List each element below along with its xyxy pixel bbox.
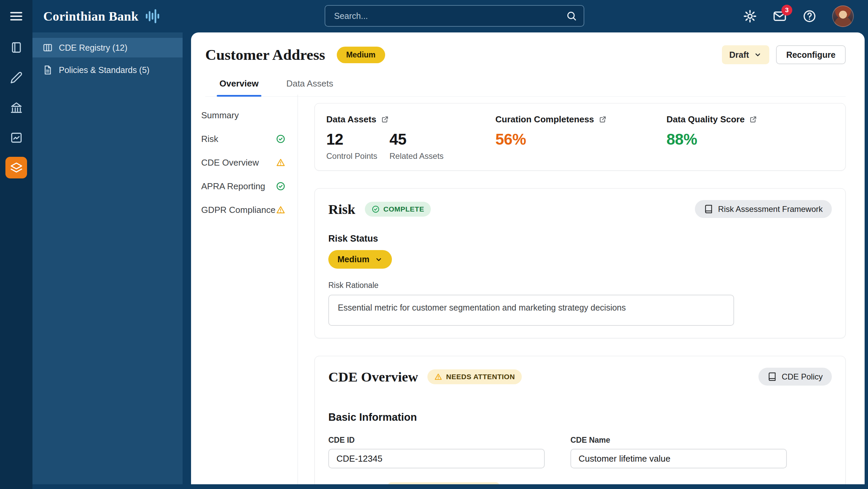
related-assets-value: 45	[390, 130, 444, 148]
section-nav-summary[interactable]: Summary	[201, 103, 285, 127]
cde-overview-card: CDE Overview NEEDS ATTENTION CDE Policy …	[314, 356, 846, 484]
rail-notebook-icon[interactable]	[5, 36, 27, 58]
main-panel: Customer Address Medium Draft Reconfigur…	[191, 32, 865, 484]
stat-title-label: Curation Completeness	[495, 114, 594, 125]
warning-triangle-icon	[276, 158, 285, 167]
stat-title-label: Data Assets	[326, 114, 376, 125]
section-nav-apra-reporting[interactable]: APRA Reporting	[201, 174, 285, 198]
search-icon[interactable]	[566, 10, 577, 21]
cde-name-input[interactable]	[570, 449, 787, 468]
warning-triangle-icon	[434, 373, 442, 381]
page-title: Customer Address	[205, 46, 325, 64]
summary-stats-card: Data Assets 12 Control Points 45 Related…	[314, 103, 846, 171]
cde-id-field: CDE ID	[328, 436, 545, 468]
section-nav-cde-overview[interactable]: CDE Overview	[201, 151, 285, 174]
stat-curation-completeness: Curation Completeness 56%	[495, 114, 666, 161]
section-nav-gdpr-compliance[interactable]: GDPR Compliance	[201, 198, 285, 222]
settings-gear-icon[interactable]	[743, 9, 757, 23]
risk-assessment-framework-button[interactable]: Risk Assessment Framework	[695, 200, 832, 218]
search-input[interactable]	[333, 11, 566, 21]
risk-status-label: Risk Status	[328, 234, 832, 244]
menu-hamburger-icon[interactable]	[8, 9, 24, 23]
draft-label: Draft	[729, 50, 749, 60]
rail-bank-icon[interactable]	[5, 97, 27, 118]
draft-status-dropdown[interactable]: Draft	[722, 45, 769, 64]
book-icon	[768, 372, 777, 381]
cards-column: Data Assets 12 Control Points 45 Related…	[314, 103, 846, 484]
needs-attention-badge: NEEDS ATTENTION	[427, 369, 522, 384]
risk-framework-button-label: Risk Assessment Framework	[718, 204, 823, 214]
chevron-down-icon	[375, 255, 383, 264]
notification-badge: 3	[781, 5, 792, 16]
icon-rail	[0, 0, 32, 489]
tab-data-assets[interactable]: Data Assets	[286, 78, 334, 96]
help-icon[interactable]	[802, 9, 817, 23]
stat-title: Curation Completeness	[495, 114, 666, 125]
mail-icon[interactable]: 3	[773, 9, 787, 23]
chevron-down-icon	[754, 51, 762, 59]
sidebar-item-label: Policies & Standards (5)	[59, 65, 149, 75]
header-actions: Draft Reconfigure	[722, 45, 846, 64]
risk-rationale-label: Risk Rationale	[328, 281, 832, 290]
element-type-label-row: Element Type Medium Agent Confidence	[328, 482, 545, 484]
stat-data-quality: Data Quality Score 88%	[666, 114, 834, 161]
basic-information-form: CDE ID CDE Name Element Type Medium Agen…	[328, 436, 832, 484]
tab-bar: Overview Data Assets	[205, 78, 846, 97]
stat-title: Data Assets	[326, 114, 495, 125]
rail-items	[0, 36, 32, 178]
brand-pulse-icon	[145, 8, 160, 24]
user-avatar[interactable]	[832, 5, 854, 27]
risk-complete-badge: COMPLETE	[365, 202, 431, 217]
risk-rationale-input[interactable]: Essential metric for customer segmentati…	[328, 295, 734, 326]
cde-policy-button[interactable]: CDE Policy	[758, 368, 832, 386]
basic-information-heading: Basic Information	[328, 411, 832, 423]
control-points-value: 12	[326, 130, 377, 148]
warning-triangle-icon	[276, 205, 285, 215]
needs-attention-badge-label: NEEDS ATTENTION	[446, 373, 515, 381]
cde-name-label: CDE Name	[570, 436, 787, 445]
format-field: Format	[570, 482, 787, 484]
sidebar-item-cde-registry[interactable]: CDE Registry (12)	[32, 38, 183, 57]
element-type-field: Element Type Medium Agent Confidence	[328, 482, 545, 484]
brand: Corinthian Bank	[43, 0, 160, 32]
brand-name: Corinthian Bank	[43, 9, 139, 24]
cde-id-input[interactable]	[328, 449, 545, 468]
external-link-icon[interactable]	[381, 116, 389, 123]
format-label-row: Format	[570, 482, 787, 484]
tab-overview[interactable]: Overview	[219, 78, 259, 96]
related-assets-stat: 45 Related Assets	[390, 130, 444, 161]
table-columns-icon	[43, 43, 53, 53]
topbar-actions: 3	[743, 0, 854, 32]
cde-id-label: CDE ID	[328, 436, 545, 445]
risk-card-header: Risk COMPLETE Risk Assessment Framework	[328, 200, 832, 218]
sidebar: CDE Registry (12) Policies & Standards (…	[32, 32, 183, 484]
section-nav-risk[interactable]: Risk	[201, 127, 285, 151]
risk-section-card: Risk COMPLETE Risk Assessment Framework …	[314, 188, 846, 338]
policies-doc-icon	[43, 65, 53, 75]
stat-title: Data Quality Score	[666, 114, 834, 125]
risk-status-value: Medium	[337, 254, 369, 264]
control-points-label: Control Points	[326, 151, 377, 161]
sidebar-item-label: CDE Registry (12)	[59, 43, 127, 53]
risk-status-dropdown[interactable]: Medium	[328, 250, 392, 269]
global-search[interactable]	[325, 5, 584, 27]
agent-confidence-badge: Medium Agent Confidence	[388, 482, 499, 484]
related-assets-label: Related Assets	[390, 151, 444, 161]
section-nav: Summary Risk CDE Overview APRA Reporting	[191, 95, 298, 484]
stat-values: 12 Control Points 45 Related Assets	[326, 130, 495, 161]
cde-policy-button-label: CDE Policy	[782, 372, 823, 382]
rail-layers-icon[interactable]	[5, 157, 27, 178]
external-link-icon[interactable]	[749, 116, 757, 123]
rail-pen-icon[interactable]	[5, 67, 27, 88]
stat-data-assets: Data Assets 12 Control Points 45 Related…	[326, 114, 495, 161]
rail-chart-icon[interactable]	[5, 127, 27, 148]
book-icon	[704, 204, 713, 214]
reconfigure-button[interactable]: Reconfigure	[776, 45, 846, 64]
risk-level-badge: Medium	[337, 47, 385, 63]
cde-section-title: CDE Overview	[328, 369, 418, 385]
cde-name-field: CDE Name	[570, 436, 787, 468]
page-content: Summary Risk CDE Overview APRA Reporting	[191, 95, 865, 484]
cde-card-header: CDE Overview NEEDS ATTENTION CDE Policy	[328, 368, 832, 386]
external-link-icon[interactable]	[599, 116, 607, 123]
sidebar-item-policies-standards[interactable]: Policies & Standards (5)	[32, 60, 183, 80]
